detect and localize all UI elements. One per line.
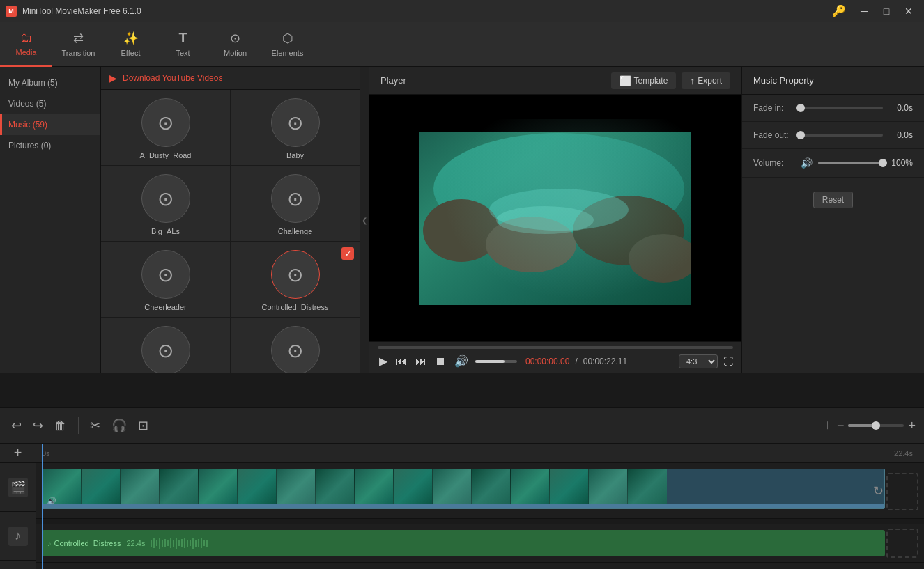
svg-rect-25 xyxy=(190,540,191,546)
undo-button[interactable]: ↩ xyxy=(8,415,24,436)
crop-button[interactable]: ⊡ xyxy=(135,415,151,436)
prev-button[interactable]: ⏮ xyxy=(394,354,408,369)
clip-audio-bar xyxy=(43,504,884,508)
toolbar-media[interactable]: 🗂 Media xyxy=(0,22,52,67)
list-item[interactable]: ✓ ⊙ Controlled_Distress xyxy=(231,242,360,318)
list-item[interactable]: ⊙ A_Dusty_Road xyxy=(101,90,231,166)
media-icon: 🗂 xyxy=(20,31,33,45)
list-item[interactable]: ⊙ Baby xyxy=(231,90,360,166)
video-frame xyxy=(199,469,238,508)
redo-button[interactable]: ↪ xyxy=(30,415,46,436)
minimize-button[interactable]: ─ xyxy=(854,4,874,18)
fade-in-slider[interactable] xyxy=(801,107,883,109)
video-track-button[interactable]: 🎬 xyxy=(0,463,36,512)
music-item-name: Controlled_Distress xyxy=(262,303,329,311)
columns-icon: ⫴ xyxy=(822,416,833,435)
video-frame xyxy=(238,469,277,508)
separator xyxy=(78,417,79,434)
next-button[interactable]: ⏭ xyxy=(414,354,428,369)
list-item[interactable]: ⊙ Big_ALs xyxy=(101,166,231,242)
toolbar-transition[interactable]: ⇄ Transition xyxy=(52,22,105,67)
video-frame xyxy=(550,469,589,508)
check-badge: ✓ xyxy=(341,247,354,260)
svg-point-8 xyxy=(496,206,594,234)
progress-bar[interactable] xyxy=(378,346,733,349)
fade-out-slider[interactable] xyxy=(801,134,883,137)
video-frame xyxy=(589,469,628,508)
play-button[interactable]: ▶ xyxy=(378,353,389,369)
volume-thumb[interactable] xyxy=(879,159,887,167)
zoom-slider[interactable] xyxy=(848,424,904,427)
right-panel: Music Property Fade in: 0.0s Fade out: 0… xyxy=(741,67,924,373)
player-header: Player ⬜ Template ↑ Export xyxy=(369,67,741,95)
list-item[interactable]: ⊙ xyxy=(101,318,231,373)
template-button[interactable]: ⬜ Template xyxy=(611,72,677,89)
zoom-thumb[interactable] xyxy=(872,421,880,430)
svg-rect-21 xyxy=(178,540,180,546)
volume-slider[interactable] xyxy=(818,162,883,164)
music-item-name: Cheerleader xyxy=(144,303,187,311)
player-title: Player xyxy=(380,75,406,86)
fullscreen-button[interactable]: ⛶ xyxy=(723,356,733,367)
music-track-icon: ♪ xyxy=(8,527,28,546)
close-button[interactable]: ✕ xyxy=(899,4,918,18)
sidebar-item-my-album[interactable]: My Album (5) xyxy=(0,72,100,93)
collapse-handle[interactable]: ❮ xyxy=(360,67,369,373)
svg-rect-12 xyxy=(153,538,155,548)
list-item[interactable]: ⊙ Cheerleader xyxy=(101,242,231,318)
sidebar-item-pictures[interactable]: Pictures (0) xyxy=(0,135,100,156)
video-frame xyxy=(394,469,433,508)
svg-rect-15 xyxy=(162,540,163,547)
reset-button[interactable]: Reset xyxy=(813,192,853,208)
toolbar-motion[interactable]: ⊙ Motion xyxy=(209,22,261,67)
music-item-name: Big_ALs xyxy=(151,227,180,235)
toolbar-elements[interactable]: ⬡ Elements xyxy=(261,22,314,67)
music-clip[interactable]: ♪ Controlled_Distress 22.4s xyxy=(42,530,885,556)
audio-detach-button[interactable]: 🎧 xyxy=(109,415,130,436)
stop-button[interactable]: ⏹ xyxy=(433,354,447,369)
sidebar-item-music[interactable]: Music (59) xyxy=(0,114,100,135)
video-frames xyxy=(43,469,884,508)
timeline-ruler: 0s 22.4s xyxy=(36,444,924,463)
export-button[interactable]: ↑ Export xyxy=(682,72,730,89)
svg-rect-9 xyxy=(419,119,691,132)
svg-point-4 xyxy=(486,217,576,272)
video-frame xyxy=(511,469,550,508)
list-item[interactable]: ⊙ Challenge xyxy=(231,166,360,242)
svg-point-7 xyxy=(489,189,629,231)
cut-button[interactable]: ✂ xyxy=(87,415,103,436)
music-item-name: Challenge xyxy=(278,227,313,235)
track-action-button[interactable]: ↻ xyxy=(873,483,884,499)
toolbar: 🗂 Media ⇄ Transition ✨ Effect T Text ⊙ M… xyxy=(0,22,924,67)
content-header: ▶ Download YouTube Videos xyxy=(101,67,360,90)
playhead-line xyxy=(42,463,43,569)
app-icon: M xyxy=(6,6,17,17)
music-track-content: ♪ Controlled_Distress 22.4s xyxy=(36,524,924,562)
download-youtube-link[interactable]: Download YouTube Videos xyxy=(123,73,222,83)
svg-rect-14 xyxy=(159,538,160,549)
maximize-button[interactable]: □ xyxy=(877,4,896,18)
music-clip-icon: ♪ xyxy=(47,539,52,547)
fade-out-thumb[interactable] xyxy=(796,131,805,139)
delete-button[interactable]: 🗑 xyxy=(52,416,70,436)
list-item[interactable]: ⊙ xyxy=(231,318,360,373)
video-clip[interactable]: 🔊 xyxy=(42,469,885,509)
music-track-button[interactable]: ♪ xyxy=(0,512,36,561)
svg-rect-10 xyxy=(419,305,691,318)
toolbar-text[interactable]: T Text xyxy=(157,22,209,67)
sidebar-item-videos[interactable]: Videos (5) xyxy=(0,93,100,114)
volume-button[interactable]: 🔊 xyxy=(453,353,470,369)
music-item-name: Baby xyxy=(286,151,304,159)
aspect-ratio-select[interactable]: 4:3 16:9 1:1 xyxy=(679,354,718,368)
zoom-out-button[interactable]: − xyxy=(837,419,845,433)
music-thumb: ⊙ xyxy=(141,326,190,373)
zoom-in-button[interactable]: + xyxy=(908,419,916,433)
toolbar-effect[interactable]: ✨ Effect xyxy=(105,22,157,67)
fade-in-row: Fade in: 0.0s xyxy=(742,95,924,122)
time-current: 00:00:00.00 xyxy=(525,357,569,366)
add-track-button[interactable]: + xyxy=(0,444,36,463)
volume-slider[interactable] xyxy=(475,360,517,363)
video-area xyxy=(369,95,741,341)
fade-in-thumb[interactable] xyxy=(796,104,805,112)
fade-in-label: Fade in: xyxy=(753,103,795,113)
